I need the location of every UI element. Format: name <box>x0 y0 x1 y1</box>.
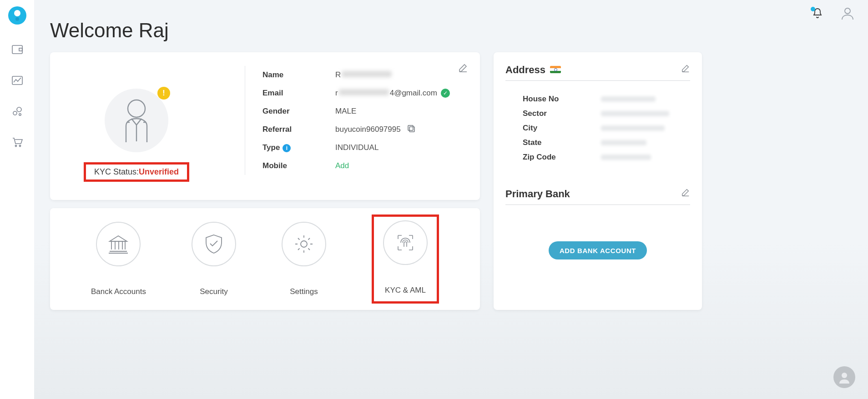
address-bank-card: Address House No Sector City State Zip C… <box>494 52 702 310</box>
avatar: ! <box>105 89 168 152</box>
type-label: Typei <box>262 143 335 152</box>
house-row: House No <box>523 92 690 106</box>
page-title: Welcome Raj <box>50 19 169 42</box>
email-label: Email <box>262 89 335 98</box>
zip-value <box>601 155 651 160</box>
gender-row: Gender MALE <box>262 102 468 120</box>
city-value <box>601 125 665 131</box>
bank-icon <box>96 222 141 266</box>
actions-card: Banck Accounts Security Settings KYC & A… <box>50 208 480 310</box>
name-label: Name <box>262 70 335 80</box>
email-row: Email r4@gmail.com ✓ <box>262 84 468 102</box>
referral-row: Referral buyucoin96097995 <box>262 120 468 139</box>
bubbles-icon[interactable] <box>11 105 23 117</box>
name-row: Name R <box>262 66 468 84</box>
zip-label: Zip Code <box>523 153 601 162</box>
gender-label: Gender <box>262 107 335 116</box>
referral-value: buyucoin96097995 <box>335 125 401 134</box>
security-label: Security <box>200 287 227 296</box>
state-value <box>601 140 646 145</box>
profile-card: ! KYC Status:Unverified Name R Email r4@… <box>50 52 480 200</box>
city-label: City <box>523 124 601 133</box>
gender-value: MALE <box>335 107 356 116</box>
svg-rect-10 <box>409 127 414 132</box>
zip-row: Zip Code <box>523 150 690 165</box>
kyc-aml-label: KYC & AML <box>385 286 426 295</box>
edit-address-icon[interactable] <box>681 64 690 76</box>
email-value: r4@gmail.com <box>335 89 437 98</box>
mobile-label: Mobile <box>262 161 335 170</box>
wallet-icon[interactable] <box>11 44 23 55</box>
settings-action[interactable]: Settings <box>282 222 326 296</box>
svg-point-3 <box>17 107 21 112</box>
svg-rect-0 <box>12 45 22 54</box>
avatar-warning-badge: ! <box>157 87 170 100</box>
bank-accounts-label: Banck Accounts <box>91 287 146 296</box>
svg-rect-1 <box>19 48 22 51</box>
svg-point-12 <box>301 241 307 247</box>
primary-bank-title: Primary Bank <box>505 188 570 200</box>
settings-label: Settings <box>290 287 318 296</box>
info-icon[interactable]: i <box>283 144 291 152</box>
primary-bank-title-row: Primary Bank <box>505 188 690 205</box>
svg-point-9 <box>128 100 145 117</box>
svg-point-7 <box>19 145 20 146</box>
india-flag-icon <box>550 66 561 73</box>
type-row: Typei INDIVIDUAL <box>262 139 468 157</box>
svg-point-6 <box>15 145 16 146</box>
notification-bell-icon[interactable] <box>812 8 823 20</box>
gear-icon <box>282 222 326 266</box>
sector-row: Sector <box>523 106 690 121</box>
address-rows: House No Sector City State Zip Code <box>523 92 690 165</box>
house-value <box>601 96 656 102</box>
add-bank-account-button[interactable]: ADD BANK ACCOUNT <box>549 241 647 259</box>
floating-help-icon[interactable] <box>833 366 855 388</box>
svg-point-8 <box>845 8 850 14</box>
profile-details: Name R Email r4@gmail.com ✓ Gender MALE … <box>245 66 468 175</box>
referral-label: Referral <box>262 125 335 134</box>
state-label: State <box>523 138 601 147</box>
svg-point-4 <box>13 111 17 115</box>
sidebar <box>0 0 34 399</box>
shield-icon <box>192 222 236 266</box>
state-row: State <box>523 135 690 150</box>
mobile-row: Mobile Add <box>262 157 468 175</box>
svg-rect-11 <box>408 125 413 130</box>
address-title-row: Address <box>505 64 690 81</box>
sector-label: Sector <box>523 109 601 118</box>
topbar <box>812 6 854 22</box>
kyc-aml-action[interactable]: KYC & AML <box>372 214 439 304</box>
add-mobile-link[interactable]: Add <box>335 161 349 170</box>
notification-dot <box>811 7 815 11</box>
app-logo[interactable] <box>8 6 26 25</box>
city-row: City <box>523 121 690 135</box>
name-value: R <box>335 70 392 80</box>
user-avatar-icon[interactable] <box>841 6 854 22</box>
security-action[interactable]: Security <box>192 222 236 296</box>
cart-icon[interactable] <box>11 136 23 148</box>
copy-icon[interactable] <box>407 125 415 135</box>
bank-accounts-action[interactable]: Banck Accounts <box>91 222 146 296</box>
type-value: INDIVIDUAL <box>335 143 378 152</box>
fingerprint-icon <box>383 220 428 265</box>
house-label: House No <box>523 95 601 104</box>
kyc-status-value: Unverified <box>139 167 179 176</box>
sector-value <box>601 111 669 116</box>
address-title: Address <box>505 64 561 76</box>
kyc-status: KYC Status:Unverified <box>84 162 189 182</box>
verified-icon: ✓ <box>441 89 450 98</box>
avatar-column: ! KYC Status:Unverified <box>64 89 209 182</box>
chart-icon[interactable] <box>11 75 23 86</box>
edit-bank-icon[interactable] <box>681 188 690 200</box>
svg-point-13 <box>842 373 847 378</box>
kyc-status-label: KYC Status: <box>94 167 139 176</box>
svg-point-5 <box>19 114 20 115</box>
